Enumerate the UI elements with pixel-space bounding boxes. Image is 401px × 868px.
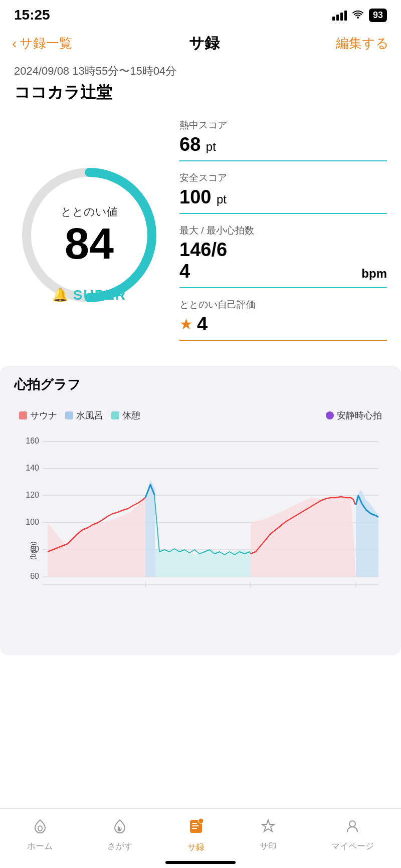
svg-marker-22 <box>251 498 356 577</box>
stats-area: ととのい値 84 🔔 SUPER 熱中スコア 68 pt 安全スコア <box>14 119 387 351</box>
self-rating-label: ととのい自己評価 <box>179 298 387 311</box>
circle-inner: ととのい値 84 <box>61 204 118 266</box>
svg-text:120: 120 <box>26 491 39 499</box>
heart-rate-label: 最大 / 最小心拍数 <box>179 224 387 237</box>
circle-label: ととのい値 <box>61 204 118 220</box>
wifi-icon <box>352 10 364 21</box>
svg-rect-28 <box>192 828 197 829</box>
nav-item-salog[interactable]: サ録 <box>187 817 205 853</box>
bottom-nav: ホーム さがす サ録 サ印 マイページ <box>0 808 401 868</box>
water-color-dot <box>65 411 73 419</box>
back-label: サ録一覧 <box>20 35 72 52</box>
svg-text:100: 100 <box>26 518 39 526</box>
legend-rest-label: 休憩 <box>122 409 140 421</box>
circle-gauge: ととのい値 84 🔔 SUPER <box>14 160 164 310</box>
svg-point-24 <box>38 826 42 831</box>
svg-marker-23 <box>356 490 378 577</box>
nav-label-salog: サ録 <box>187 841 205 853</box>
resting-hr-dot <box>326 411 334 419</box>
heart-rate-graph: 160 140 120 100 80 60 (bpm) <box>19 429 382 600</box>
heart-rate-value: 146/6 4 bpm <box>179 239 387 282</box>
session-place: ココカラ辻堂 <box>14 82 387 104</box>
nav-label-home: ホーム <box>27 840 53 852</box>
legend-resting-hr-label: 安静時心拍 <box>337 409 382 421</box>
nav-label-search: さがす <box>107 840 133 852</box>
super-badge: 🔔 SUPER <box>52 287 126 303</box>
graph-title: 心拍グラフ <box>14 376 387 393</box>
graph-legend: サウナ 水風呂 休憩 安静時心拍 <box>19 409 382 421</box>
rest-color-dot <box>111 411 119 419</box>
safe-score-value: 100 pt <box>179 186 387 208</box>
self-rating-item: ととのい自己評価 ★ 4 <box>179 298 387 341</box>
bell-icon: 🔔 <box>52 287 68 303</box>
safe-score-item: 安全スコア 100 pt <box>179 171 387 214</box>
legend-water: 水風呂 <box>65 409 103 421</box>
circle-value: 84 <box>61 222 118 266</box>
star-count: 4 <box>197 313 208 335</box>
main-content: 2024/09/08 13時55分〜15時04分 ココカラ辻堂 ととのい値 84… <box>0 59 401 655</box>
nav-item-stamp[interactable]: サ印 <box>260 818 277 852</box>
legend-water-label: 水風呂 <box>76 409 103 421</box>
session-date: 2024/09/08 13時55分〜15時04分 <box>14 64 387 79</box>
safe-score-label: 安全スコア <box>179 171 387 184</box>
signal-icon <box>332 10 347 21</box>
graph-svg: 160 140 120 100 80 60 (bpm) <box>19 429 382 600</box>
svg-point-31 <box>349 821 355 827</box>
stamp-icon <box>260 818 276 837</box>
svg-text:160: 160 <box>26 437 39 445</box>
heart-rate-item: 最大 / 最小心拍数 146/6 4 bpm <box>179 224 387 288</box>
nav-label-mypage: マイページ <box>331 840 374 852</box>
legend-rest: 休憩 <box>111 409 140 421</box>
heat-score-value: 68 pt <box>179 134 387 155</box>
svg-text:140: 140 <box>26 464 39 472</box>
nav-item-home[interactable]: ホーム <box>27 818 53 852</box>
nav-item-search[interactable]: さがす <box>107 818 133 852</box>
graph-container: サウナ 水風呂 休憩 安静時心拍 160 <box>14 401 387 605</box>
svg-text:(bpm): (bpm) <box>29 541 37 560</box>
status-bar: 15:25 93 <box>0 0 401 28</box>
svg-rect-27 <box>192 825 199 826</box>
edit-button[interactable]: 編集する <box>336 35 389 52</box>
status-icons: 93 <box>332 9 387 22</box>
home-indicator <box>165 861 236 864</box>
sauna-color-dot <box>19 411 27 419</box>
heat-score-label: 熱中スコア <box>179 119 387 132</box>
svg-text:60: 60 <box>30 572 39 580</box>
graph-section: 心拍グラフ サウナ 水風呂 休憩 安静時心拍 <box>0 366 401 655</box>
back-chevron-icon: ‹ <box>12 36 17 52</box>
legend-sauna: サウナ <box>19 409 57 421</box>
svg-marker-30 <box>262 820 274 831</box>
mypage-icon <box>344 818 360 837</box>
nav-bar: ‹ サ録一覧 サ録 編集する <box>0 28 401 59</box>
svg-marker-19 <box>48 498 145 577</box>
home-icon <box>32 818 48 837</box>
page-title: サ録 <box>189 33 220 54</box>
nav-label-stamp: サ印 <box>260 840 277 852</box>
star-icon: ★ <box>179 315 193 333</box>
status-time: 15:25 <box>14 7 50 23</box>
heat-score-item: 熱中スコア 68 pt <box>179 119 387 161</box>
search-fire-icon <box>112 818 128 837</box>
nav-item-mypage[interactable]: マイページ <box>331 818 374 852</box>
legend-sauna-label: サウナ <box>30 409 57 421</box>
salog-icon <box>187 817 205 838</box>
battery-indicator: 93 <box>369 9 387 22</box>
svg-rect-26 <box>192 823 197 824</box>
super-label: SUPER <box>73 287 126 303</box>
back-button[interactable]: ‹ サ録一覧 <box>12 35 72 52</box>
legend-resting-hr: 安静時心拍 <box>326 409 382 421</box>
star-rating: ★ 4 <box>179 313 387 335</box>
right-stats: 熱中スコア 68 pt 安全スコア 100 pt 最大 / 最小心拍数 146/… <box>164 119 387 351</box>
svg-point-29 <box>198 818 204 823</box>
